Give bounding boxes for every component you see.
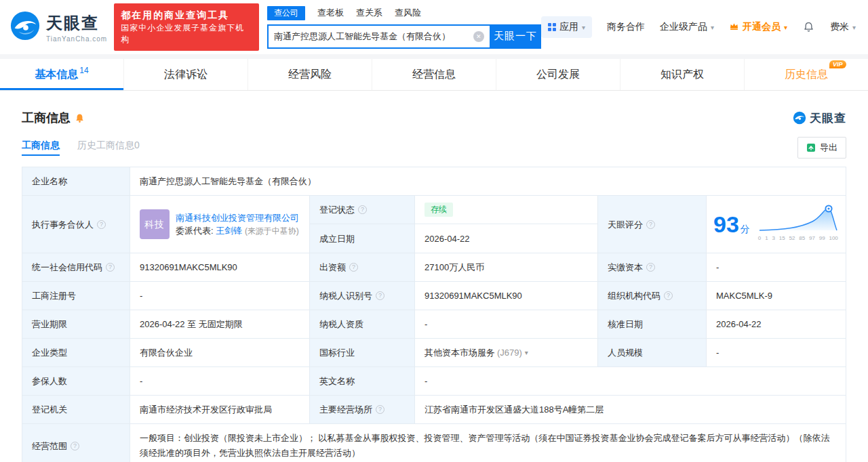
tianyancha-logo[interactable]: 天眼查 TianYanCha.com <box>9 10 107 44</box>
chevron-down-icon: ▾ <box>711 24 714 31</box>
tab-operation-risk[interactable]: 经营风险 <box>248 59 372 90</box>
help-icon[interactable]: ? <box>97 220 106 229</box>
org-code-value: MAKC5MLK-9 <box>706 282 846 310</box>
org-code-label: 组织机构代码 ? <box>597 282 706 310</box>
subscribe-bell-icon[interactable] <box>75 113 85 123</box>
help-icon[interactable]: ? <box>646 220 655 229</box>
tab-history-info[interactable]: 历史信息 VIP <box>744 59 868 90</box>
business-term-label: 营业期限 <box>22 310 130 338</box>
search-box: ✕ <box>267 24 490 49</box>
clear-search-icon[interactable]: ✕ <box>473 31 484 42</box>
enterprise-products-menu[interactable]: 企业级产品 ▾ <box>660 21 714 33</box>
address-label: 主要经营场所 ? <box>309 396 414 423</box>
help-icon[interactable]: ? <box>646 263 655 272</box>
subtab-business-info[interactable]: 工商信息 <box>22 140 60 156</box>
crown-icon <box>729 22 739 33</box>
partner-company-link[interactable]: 南通科技创业投资管理有限公司 <box>176 213 299 223</box>
insured-count-value: - <box>130 367 309 395</box>
company-type-label: 企业类型 <box>22 339 130 366</box>
english-name-value: - <box>414 367 846 395</box>
business-cooperation-link[interactable]: 商务合作 <box>607 21 645 33</box>
score-axis: 0131552859799100 <box>758 232 838 244</box>
rep-name-link[interactable]: 王剑锋 <box>216 226 242 236</box>
score-label: 天眼评分 ? <box>597 196 706 253</box>
top-header: 天眼查 TianYanCha.com 都在用的商业查询工具 国家中小企业发展子基… <box>0 0 868 54</box>
company-name-label: 企业名称 <box>22 167 130 195</box>
main-content: 工商信息 天眼查 工商信息 历史工商信息0 导出 <box>0 110 868 462</box>
chevron-down-icon: ▾ <box>582 24 585 31</box>
registry-label: 登记机关 <box>22 396 130 423</box>
section-title: 工商信息 <box>22 110 71 126</box>
reg-status-value: 存续 <box>414 196 597 224</box>
help-icon[interactable]: ? <box>71 442 79 450</box>
search-tab-company[interactable]: 查公司 <box>267 6 305 20</box>
bell-icon <box>802 21 815 33</box>
search-button[interactable]: 天眼一下 <box>490 24 541 49</box>
open-vip-menu[interactable]: 开通会员 ▾ <box>729 21 787 33</box>
tab-basic-info-count: 14 <box>79 66 88 75</box>
tax-id-label: 纳税人识别号 ? <box>309 282 414 310</box>
brand-name: 天眼查 <box>46 12 107 34</box>
export-label: 导出 <box>820 142 837 154</box>
approval-date-value: 2026-04-22 <box>706 310 846 338</box>
tab-basic-info[interactable]: 基本信息 14 <box>0 59 123 90</box>
search-input[interactable] <box>274 31 473 41</box>
tab-history-info-label: 历史信息 <box>785 68 828 80</box>
capital-label: 出资额 ? <box>309 253 414 281</box>
subtab-history-business-info[interactable]: 历史工商信息0 <box>77 140 140 156</box>
help-icon[interactable]: ? <box>106 263 115 272</box>
reg-no-label: 工商注册号 <box>22 282 130 310</box>
tax-qualification-label: 纳税人资质 <box>309 310 414 338</box>
company-type-value: 有限合伙企业 <box>130 339 309 366</box>
apps-menu[interactable]: 应用 ▾ <box>541 16 592 38</box>
slogan-line1: 都在用的商业查询工具 <box>121 8 252 22</box>
business-cooperation-label: 商务合作 <box>607 21 645 33</box>
chevron-down-icon: ▾ <box>784 24 787 31</box>
help-icon[interactable]: ? <box>664 291 673 300</box>
chevron-down-icon[interactable]: ▾ <box>525 347 528 358</box>
registry-value: 南通市经济技术开发区行政审批局 <box>130 396 309 423</box>
approval-date-label: 核准日期 <box>597 310 706 338</box>
uscc-label: 统一社会信用代码 ? <box>22 253 130 281</box>
status-badge: 存续 <box>425 203 453 217</box>
capital-value: 27100万人民币 <box>414 253 597 281</box>
business-scope-label: 经营范围 ? <box>22 424 130 462</box>
notifications-bell[interactable] <box>802 21 815 33</box>
tab-legal-litigation[interactable]: 法律诉讼 <box>123 59 248 90</box>
watermark-logo-icon <box>793 111 806 125</box>
user-menu[interactable]: 费米 ▾ <box>830 21 856 33</box>
staff-size-label: 人员规模 <box>597 339 706 366</box>
help-icon[interactable]: ? <box>376 291 384 300</box>
company-section-tabs: 基本信息 14 法律诉讼 经营风险 经营信息 公司发展 知识产权 历史信息 VI… <box>0 59 868 91</box>
export-icon <box>806 143 816 152</box>
search-tab-boss[interactable]: 查老板 <box>317 7 344 19</box>
help-icon[interactable]: ? <box>376 405 384 414</box>
search-tab-risk[interactable]: 查风险 <box>395 7 421 19</box>
help-icon[interactable]: ? <box>358 205 367 214</box>
reg-no-value: - <box>130 282 309 310</box>
tab-operation-risk-label: 经营风险 <box>288 68 332 82</box>
industry-value[interactable]: 其他资本市场服务 (J679) ▾ <box>414 339 597 366</box>
rep-prefix: 委派代表: <box>176 226 214 236</box>
uscc-value: 91320691MAKC5MLK90 <box>130 253 309 281</box>
export-button[interactable]: 导出 <box>797 137 846 159</box>
address-value: 江苏省南通市开发区通盛大道188号A幢第二层 <box>414 396 846 423</box>
apps-grid-icon <box>548 23 556 31</box>
help-icon[interactable]: ? <box>349 263 358 272</box>
rep-source: (来源于中基协) <box>245 226 299 236</box>
username-label: 费米 <box>830 21 849 33</box>
tab-company-development-label: 公司发展 <box>536 68 580 82</box>
score-chart: 0131552859799100 <box>758 205 838 244</box>
staff-size-value: - <box>706 339 846 366</box>
tax-id-value: 91320691MAKC5MLK90 <box>414 282 597 310</box>
search-tab-relation[interactable]: 查关系 <box>356 7 382 19</box>
industry-code: (J679) <box>497 347 522 358</box>
tab-intellectual-property[interactable]: 知识产权 <box>620 59 744 90</box>
header-divider <box>0 54 868 59</box>
tab-operation-info[interactable]: 经营信息 <box>372 59 496 90</box>
apps-label: 应用 <box>559 21 578 33</box>
insured-count-label: 参保人数 <box>22 367 130 395</box>
score-unit: 分 <box>741 224 750 234</box>
tab-company-development[interactable]: 公司发展 <box>496 59 620 90</box>
company-name-value: 南通产控思源人工智能先导基金（有限合伙） <box>130 167 846 195</box>
